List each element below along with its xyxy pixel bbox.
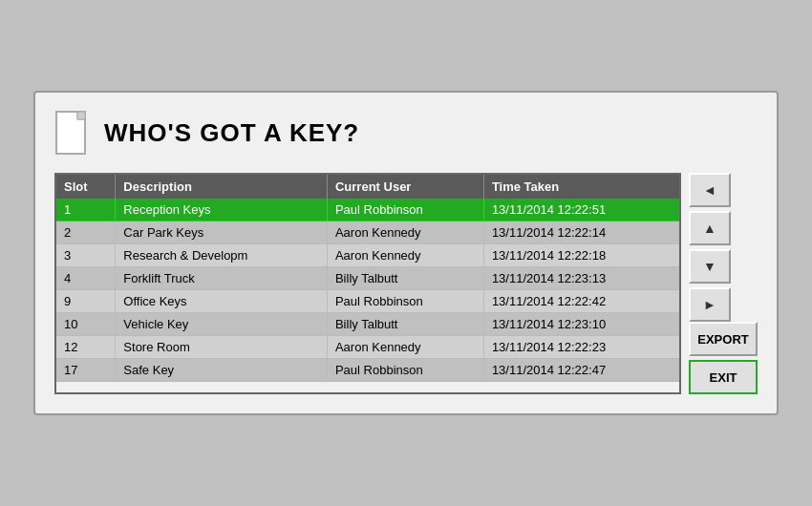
cell-slot: 3 (56, 244, 116, 267)
table-row[interactable]: 2Car Park KeysAaron Kennedy13/11/2014 12… (56, 221, 679, 244)
side-panel: ◄ ▲ ▼ ► EXPORT EXIT (689, 173, 758, 394)
cell-user: Aaron Kennedy (327, 244, 483, 267)
col-description: Description (116, 175, 328, 199)
table-header-row: Slot Description Current User Time Taken (56, 175, 679, 199)
cell-time: 13/11/2014 12:23:10 (483, 313, 679, 336)
nav-left-button[interactable]: ◄ (689, 173, 731, 207)
cell-user: Billy Talbutt (327, 313, 483, 336)
key-table-wrapper: Slot Description Current User Time Taken… (54, 173, 681, 394)
cell-description: Office Keys (116, 290, 328, 313)
cell-time: 13/11/2014 12:22:47 (483, 359, 679, 382)
svg-rect-1 (77, 112, 85, 119)
main-window: WHO'S GOT A KEY? Slot Description Curren… (33, 91, 779, 415)
nav-up-button[interactable]: ▲ (689, 211, 731, 245)
table-row[interactable]: 1Reception KeysPaul Robbinson13/11/2014 … (56, 199, 679, 221)
cell-description: Vehicle Key (116, 313, 328, 336)
cell-description: Car Park Keys (116, 221, 328, 244)
col-slot: Slot (56, 175, 116, 199)
cell-time: 13/11/2014 12:22:42 (483, 290, 679, 313)
cell-slot: 4 (56, 267, 116, 290)
cell-description: Safe Key (116, 359, 328, 382)
cell-time: 13/11/2014 12:22:23 (483, 336, 679, 359)
cell-time: 13/11/2014 12:22:14 (483, 221, 679, 244)
cell-slot: 1 (56, 199, 116, 221)
cell-description: Research & Developm (116, 244, 328, 267)
cell-description: Forklift Truck (116, 267, 328, 290)
nav-down-button[interactable]: ▼ (689, 249, 731, 284)
export-button[interactable]: EXPORT (689, 322, 758, 356)
cell-slot: 17 (56, 359, 116, 382)
table-row[interactable]: 17Safe KeyPaul Robbinson13/11/2014 12:22… (56, 359, 679, 382)
cell-user: Aaron Kennedy (327, 221, 483, 244)
cell-user: Aaron Kennedy (327, 336, 483, 359)
cell-description: Reception Keys (116, 199, 328, 221)
table-row[interactable]: 3Research & DevelopmAaron Kennedy13/11/2… (56, 244, 679, 267)
cell-slot: 9 (56, 290, 116, 313)
cell-description: Store Room (116, 336, 328, 359)
cell-slot: 12 (56, 336, 116, 359)
col-time: Time Taken (483, 175, 679, 199)
cell-user: Billy Talbutt (327, 267, 483, 290)
table-row[interactable]: 10Vehicle KeyBilly Talbutt13/11/2014 12:… (56, 313, 679, 336)
cell-user: Paul Robbinson (327, 359, 483, 382)
cell-slot: 2 (56, 221, 116, 244)
cell-user: Paul Robbinson (327, 199, 483, 221)
cell-user: Paul Robbinson (327, 290, 483, 313)
table-row[interactable]: 9Office KeysPaul Robbinson13/11/2014 12:… (56, 290, 679, 313)
document-icon (54, 110, 93, 156)
cell-time: 13/11/2014 12:23:13 (483, 267, 679, 290)
table-row[interactable]: 12Store RoomAaron Kennedy13/11/2014 12:2… (56, 336, 679, 359)
content-area: Slot Description Current User Time Taken… (54, 173, 758, 394)
cell-slot: 10 (56, 313, 116, 336)
cell-time: 13/11/2014 12:22:51 (483, 199, 679, 221)
action-group: EXPORT EXIT (689, 322, 758, 394)
key-table: Slot Description Current User Time Taken… (56, 175, 679, 382)
title-bar: WHO'S GOT A KEY? (54, 110, 758, 156)
nav-group: ◄ ▲ ▼ ► (689, 173, 758, 322)
nav-right-button[interactable]: ► (689, 287, 731, 322)
table-row[interactable]: 4Forklift TruckBilly Talbutt13/11/2014 1… (56, 267, 679, 290)
page-title: WHO'S GOT A KEY? (104, 118, 359, 148)
col-user: Current User (327, 175, 483, 199)
cell-time: 13/11/2014 12:22:18 (483, 244, 679, 267)
exit-button[interactable]: EXIT (689, 360, 758, 394)
